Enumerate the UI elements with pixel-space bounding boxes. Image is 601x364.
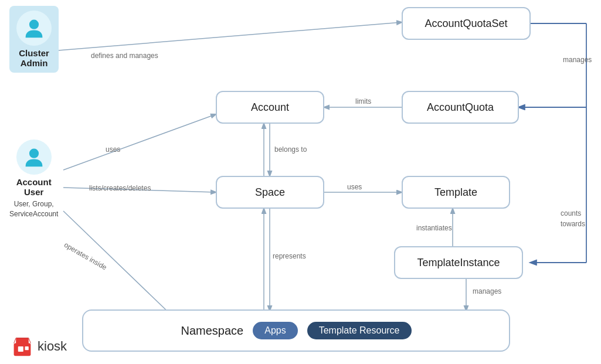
edge-label-manages-ns: manages bbox=[473, 287, 501, 295]
template-resource-tag: Template Resource bbox=[307, 322, 412, 339]
svg-point-17 bbox=[29, 20, 39, 29]
svg-rect-20 bbox=[16, 338, 29, 345]
svg-line-7 bbox=[63, 114, 216, 170]
template-instance-node: TemplateInstance bbox=[394, 246, 523, 279]
account-user-icon bbox=[16, 140, 52, 175]
edge-label-operates-inside: operates inside bbox=[63, 241, 108, 272]
diagram-container: ClusterAdmin AccountUser User, Group,Ser… bbox=[0, 0, 601, 364]
cluster-admin-box: ClusterAdmin bbox=[9, 6, 59, 73]
svg-line-0 bbox=[44, 22, 402, 52]
account-quota-node: AccountQuota bbox=[402, 91, 519, 124]
svg-rect-21 bbox=[18, 346, 23, 352]
edge-label-counts-towards: countstowards bbox=[561, 208, 585, 229]
account-user-actor: AccountUser User, Group,ServiceAccount bbox=[9, 140, 58, 219]
logo-text: kiosk bbox=[38, 339, 67, 354]
svg-rect-22 bbox=[25, 346, 29, 350]
edge-label-uses-upper: uses bbox=[106, 145, 120, 154]
edge-label-uses-space: uses bbox=[347, 183, 362, 191]
edge-label-manages-right: manages bbox=[563, 56, 592, 64]
template-node: Template bbox=[402, 176, 510, 209]
edge-label-lists-creates: lists/creates/deletes bbox=[89, 184, 151, 192]
account-user-sublabel: User, Group,ServiceAccount bbox=[9, 199, 58, 219]
kiosk-icon-svg bbox=[12, 336, 33, 357]
edge-label-belongs-to: belongs to bbox=[274, 145, 307, 154]
account-node: Account bbox=[216, 91, 324, 124]
account-user-label: AccountUser bbox=[16, 177, 52, 197]
account-quota-set-node: AccountQuotaSet bbox=[402, 7, 531, 40]
edge-label-limits: limits bbox=[355, 97, 371, 106]
edge-label-instantiates: instantiates bbox=[416, 224, 452, 232]
cluster-admin-actor: ClusterAdmin bbox=[9, 6, 59, 73]
apps-tag: Apps bbox=[253, 322, 297, 339]
cluster-admin-icon bbox=[16, 11, 52, 46]
edge-label-defines-manages: defines and manages bbox=[91, 52, 158, 60]
person-icon-2 bbox=[23, 147, 45, 168]
svg-line-9 bbox=[63, 211, 176, 319]
namespace-node: Namespace Apps Template Resource bbox=[82, 309, 510, 352]
logo: kiosk bbox=[12, 336, 67, 357]
person-icon bbox=[23, 18, 45, 39]
cluster-admin-label: ClusterAdmin bbox=[19, 48, 49, 68]
logo-icon bbox=[12, 336, 33, 357]
edge-label-represents: represents bbox=[273, 252, 306, 260]
svg-point-18 bbox=[29, 149, 39, 158]
space-node: Space bbox=[216, 176, 324, 209]
